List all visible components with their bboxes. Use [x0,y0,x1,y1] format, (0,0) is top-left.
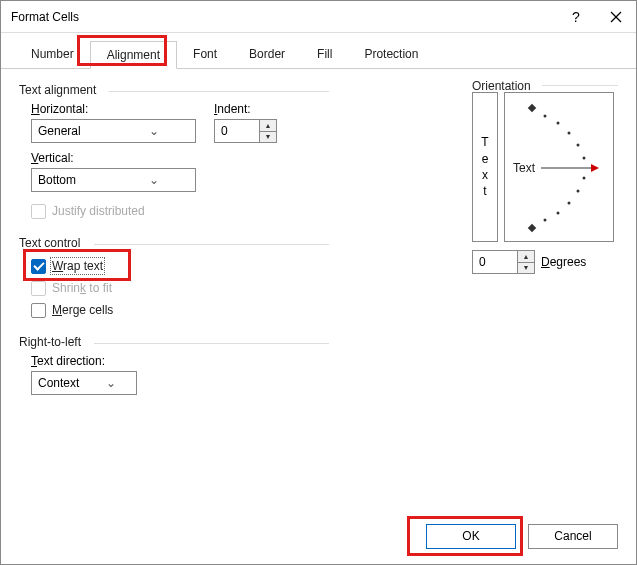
close-button[interactable] [596,1,636,33]
label-horizontal: Horizontal: [31,102,196,116]
horizontal-value: General [32,124,114,138]
degrees-input[interactable] [473,251,517,273]
help-icon: ? [572,9,580,25]
svg-point-12 [577,190,580,193]
indent-down[interactable]: ▼ [260,132,276,143]
shrink-to-fit-checkbox [31,281,46,296]
indent-up[interactable]: ▲ [260,120,276,132]
tab-bar: Number Alignment Font Border Fill Protec… [1,33,636,69]
label-degrees: Degrees [541,255,586,269]
label-text-direction: Text direction: [31,354,329,368]
chevron-down-icon: ⌄ [114,173,196,187]
indent-spinner[interactable]: ▲ ▼ [214,119,277,143]
horizontal-select[interactable]: General ⌄ [31,119,196,143]
group-text-alignment: Text alignment [19,83,329,97]
justify-distributed-checkbox [31,204,46,219]
svg-point-7 [577,144,580,147]
tab-content: Text alignment Horizontal: General ⌄ Ind… [1,69,636,508]
svg-point-8 [583,157,586,160]
group-orientation: Orientation [472,79,618,93]
svg-point-5 [557,122,560,125]
degrees-down[interactable]: ▼ [518,263,534,274]
help-button[interactable]: ? [556,1,596,33]
dial-graphic: Text [505,93,615,243]
format-cells-dialog: Format Cells ? Number Alignment Font Bor… [0,0,637,565]
merge-cells-label: Merge cells [52,303,113,317]
svg-point-9 [544,219,547,222]
shrink-to-fit-label: Shrink to fit [52,281,112,295]
cancel-button[interactable]: Cancel [528,524,618,549]
degrees-up[interactable]: ▲ [518,251,534,263]
svg-point-11 [568,202,571,205]
group-text-control: Text control [19,236,329,250]
text-direction-value: Context [32,376,85,390]
degrees-spinner[interactable]: ▲ ▼ [472,250,535,274]
window-title: Format Cells [11,10,556,24]
text-direction-select[interactable]: Context ⌄ [31,371,137,395]
svg-rect-2 [528,104,536,112]
svg-point-13 [583,177,586,180]
svg-point-10 [557,212,560,215]
chevron-down-icon: ⌄ [85,376,136,390]
dialog-footer: OK Cancel [1,508,636,564]
justify-distributed-label: Justify distributed [52,204,145,218]
group-rtl: Right-to-left [19,335,329,349]
tab-alignment[interactable]: Alignment [90,41,177,69]
label-indent: Indent: [214,102,277,116]
vertical-select[interactable]: Bottom ⌄ [31,168,196,192]
tab-font[interactable]: Font [177,41,233,68]
svg-point-6 [568,132,571,135]
svg-text:Text: Text [513,161,536,175]
svg-marker-15 [591,164,599,172]
tab-fill[interactable]: Fill [301,41,348,68]
merge-cells-checkbox[interactable] [31,303,46,318]
titlebar: Format Cells ? [1,1,636,33]
tab-number[interactable]: Number [15,41,90,68]
svg-point-4 [544,115,547,118]
wrap-text-checkbox[interactable] [31,259,46,274]
svg-rect-3 [528,224,536,232]
chevron-down-icon: ⌄ [114,124,196,138]
close-icon [610,11,622,23]
ok-button[interactable]: OK [426,524,516,549]
indent-input[interactable] [215,120,259,142]
tab-protection[interactable]: Protection [348,41,434,68]
label-vertical: Vertical: [31,151,329,165]
orientation-dial[interactable]: Text [504,92,614,242]
wrap-text-label: Wrap text [52,259,103,273]
vertical-value: Bottom [32,173,114,187]
tab-border[interactable]: Border [233,41,301,68]
vertical-text-button[interactable]: T e x t [472,92,498,242]
